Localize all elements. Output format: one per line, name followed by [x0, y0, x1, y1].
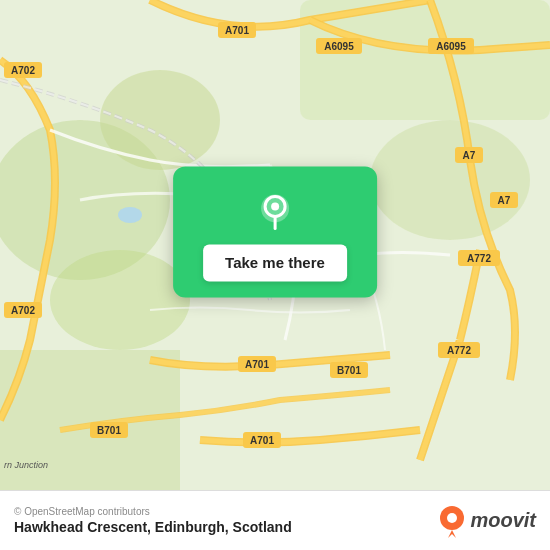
svg-point-6: [50, 250, 190, 350]
location-name: Hawkhead Crescent, Edinburgh, Scotland: [14, 519, 292, 535]
svg-text:A772: A772: [467, 253, 491, 264]
map-attribution: © OpenStreetMap contributors: [14, 506, 292, 517]
svg-text:B701: B701: [97, 425, 121, 436]
svg-point-2: [100, 70, 220, 170]
location-pin-icon: [253, 190, 297, 234]
moovit-pin-icon: [438, 504, 466, 538]
svg-text:A6095: A6095: [436, 41, 466, 52]
location-card: Take me there: [173, 166, 377, 297]
svg-text:A702: A702: [11, 65, 35, 76]
svg-text:A701: A701: [250, 435, 274, 446]
bottom-bar: © OpenStreetMap contributors Hawkhead Cr…: [0, 490, 550, 550]
svg-text:A772: A772: [447, 345, 471, 356]
svg-point-39: [447, 513, 457, 523]
svg-text:B701: B701: [337, 365, 361, 376]
app: A701 A6095 A6095 A7 A7 A702 A702 A772: [0, 0, 550, 550]
svg-text:A6095: A6095: [324, 41, 354, 52]
svg-text:A7: A7: [498, 195, 511, 206]
svg-point-7: [118, 207, 142, 223]
moovit-logo: moovit: [438, 504, 536, 538]
svg-point-4: [370, 120, 530, 240]
map-container: A701 A6095 A6095 A7 A7 A702 A702 A772: [0, 0, 550, 490]
svg-point-37: [271, 202, 279, 210]
svg-text:A701: A701: [225, 25, 249, 36]
svg-text:rn Junction: rn Junction: [4, 460, 48, 470]
moovit-brand-name: moovit: [470, 509, 536, 532]
location-info: © OpenStreetMap contributors Hawkhead Cr…: [14, 506, 292, 535]
svg-text:A7: A7: [463, 150, 476, 161]
svg-text:A701: A701: [245, 359, 269, 370]
take-me-there-button[interactable]: Take me there: [203, 244, 347, 281]
svg-text:A702: A702: [11, 305, 35, 316]
